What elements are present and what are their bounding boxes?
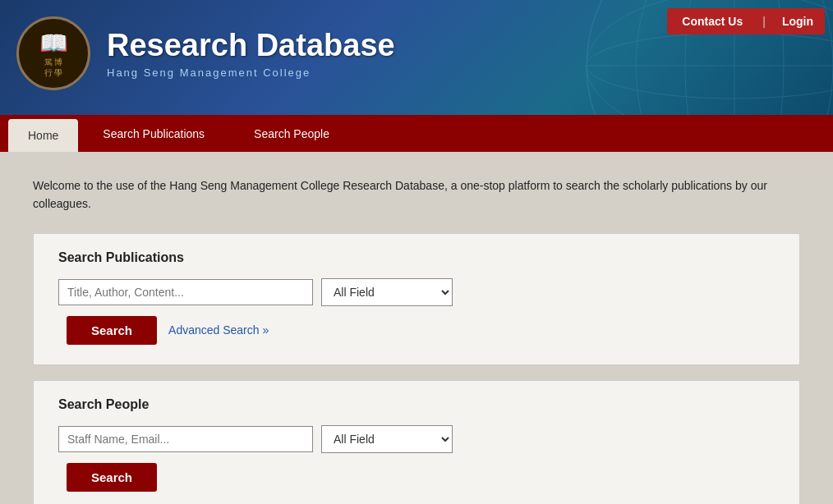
nav-search-publications[interactable]: Search Publications: [78, 115, 229, 152]
publications-field-select[interactable]: All Field Title Author Content: [321, 278, 453, 306]
login-button[interactable]: Login: [771, 8, 825, 34]
search-publications-title: Search Publications: [58, 250, 775, 265]
nav-home[interactable]: Home: [8, 119, 78, 152]
people-field-select[interactable]: All Field Name Email Department: [321, 425, 453, 453]
site-subtitle: Hang Seng Management College: [107, 66, 395, 79]
contact-us-button[interactable]: Contact Us: [667, 8, 757, 34]
divider: |: [757, 8, 771, 34]
search-people-section: Search People All Field Name Email Depar…: [33, 380, 800, 504]
header-title-block: Research Database Hang Seng Management C…: [107, 28, 395, 79]
publications-search-button[interactable]: Search: [67, 316, 157, 345]
header: Contact Us | Login 📖 篤 博行 學 Research Dat…: [0, 0, 833, 115]
logo: 📖 篤 博行 學: [16, 16, 90, 90]
search-publications-row: All Field Title Author Content: [58, 278, 775, 306]
search-people-actions: Search: [67, 463, 775, 492]
search-people-row: All Field Name Email Department: [58, 425, 775, 453]
people-search-button[interactable]: Search: [67, 463, 157, 492]
welcome-text: Welcome to the use of the Hang Seng Mana…: [33, 176, 800, 213]
search-publications-actions: Search Advanced Search »: [67, 316, 775, 345]
advanced-search-link[interactable]: Advanced Search »: [168, 323, 269, 337]
people-search-input[interactable]: [58, 426, 313, 452]
header-top-bar: Contact Us | Login: [667, 8, 825, 34]
site-title: Research Database: [107, 28, 395, 63]
nav-bar: Home Search Publications Search People: [0, 115, 833, 152]
search-people-title: Search People: [58, 397, 775, 412]
header-content: 📖 篤 博行 學 Research Database Hang Seng Man…: [16, 16, 395, 90]
nav-search-people[interactable]: Search People: [229, 115, 354, 152]
main-content: Welcome to the use of the Hang Seng Mana…: [0, 152, 833, 504]
publications-search-input[interactable]: [58, 279, 313, 305]
search-publications-section: Search Publications All Field Title Auth…: [33, 233, 800, 365]
